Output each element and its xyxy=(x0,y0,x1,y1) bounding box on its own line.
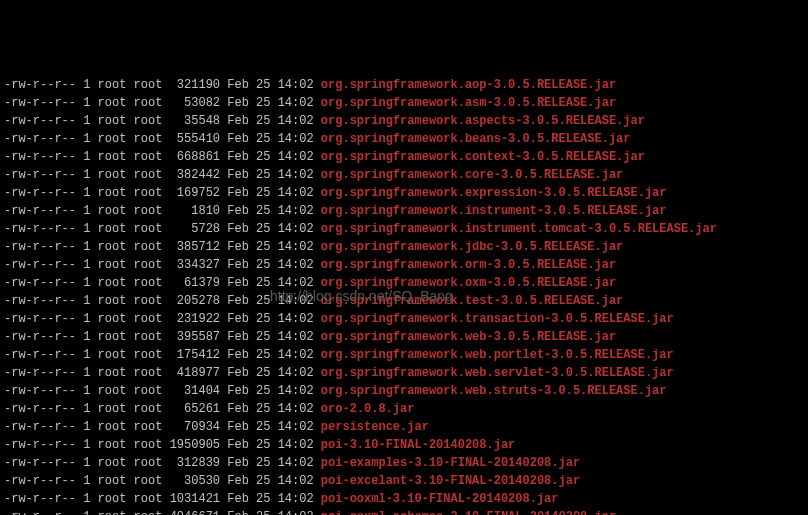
file-name: org.springframework.instrument.tomcat-3.… xyxy=(321,222,717,236)
file-meta: -rw-r--r-- 1 root root 70934 Feb 25 14:0… xyxy=(4,420,321,434)
file-row: -rw-r--r-- 1 root root 418977 Feb 25 14:… xyxy=(4,364,804,382)
file-row: -rw-r--r-- 1 root root 312839 Feb 25 14:… xyxy=(4,454,804,472)
file-meta: -rw-r--r-- 1 root root 175412 Feb 25 14:… xyxy=(4,348,321,362)
file-meta: -rw-r--r-- 1 root root 385712 Feb 25 14:… xyxy=(4,240,321,254)
file-name: org.springframework.test-3.0.5.RELEASE.j… xyxy=(321,294,623,308)
file-meta: -rw-r--r-- 1 root root 555410 Feb 25 14:… xyxy=(4,132,321,146)
file-meta: -rw-r--r-- 1 root root 1031421 Feb 25 14… xyxy=(4,492,321,506)
file-row: -rw-r--r-- 1 root root 30530 Feb 25 14:0… xyxy=(4,472,804,490)
file-name: persistence.jar xyxy=(321,420,429,434)
file-meta: -rw-r--r-- 1 root root 31404 Feb 25 14:0… xyxy=(4,384,321,398)
file-meta: -rw-r--r-- 1 root root 668861 Feb 25 14:… xyxy=(4,150,321,164)
file-row: -rw-r--r-- 1 root root 1031421 Feb 25 14… xyxy=(4,490,804,508)
file-meta: -rw-r--r-- 1 root root 53082 Feb 25 14:0… xyxy=(4,96,321,110)
file-name: org.springframework.web.servlet-3.0.5.RE… xyxy=(321,366,674,380)
file-meta: -rw-r--r-- 1 root root 4946671 Feb 25 14… xyxy=(4,510,321,515)
file-name: poi-3.10-FINAL-20140208.jar xyxy=(321,438,515,452)
file-row: -rw-r--r-- 1 root root 35548 Feb 25 14:0… xyxy=(4,112,804,130)
file-name: oro-2.0.8.jar xyxy=(321,402,415,416)
file-name: org.springframework.web.struts-3.0.5.REL… xyxy=(321,384,667,398)
file-meta: -rw-r--r-- 1 root root 169752 Feb 25 14:… xyxy=(4,186,321,200)
file-row: -rw-r--r-- 1 root root 70934 Feb 25 14:0… xyxy=(4,418,804,436)
file-name: org.springframework.core-3.0.5.RELEASE.j… xyxy=(321,168,623,182)
file-meta: -rw-r--r-- 1 root root 231922 Feb 25 14:… xyxy=(4,312,321,326)
file-meta: -rw-r--r-- 1 root root 35548 Feb 25 14:0… xyxy=(4,114,321,128)
file-row: -rw-r--r-- 1 root root 385712 Feb 25 14:… xyxy=(4,238,804,256)
file-listing: -rw-r--r-- 1 root root 321190 Feb 25 14:… xyxy=(4,76,804,515)
file-row: -rw-r--r-- 1 root root 1950905 Feb 25 14… xyxy=(4,436,804,454)
file-row: -rw-r--r-- 1 root root 175412 Feb 25 14:… xyxy=(4,346,804,364)
file-row: -rw-r--r-- 1 root root 205278 Feb 25 14:… xyxy=(4,292,804,310)
file-name: org.springframework.transaction-3.0.5.RE… xyxy=(321,312,674,326)
file-row: -rw-r--r-- 1 root root 334327 Feb 25 14:… xyxy=(4,256,804,274)
file-row: -rw-r--r-- 1 root root 5728 Feb 25 14:02… xyxy=(4,220,804,238)
file-row: -rw-r--r-- 1 root root 61379 Feb 25 14:0… xyxy=(4,274,804,292)
file-name: org.springframework.web.portlet-3.0.5.RE… xyxy=(321,348,674,362)
file-name: org.springframework.jdbc-3.0.5.RELEASE.j… xyxy=(321,240,623,254)
file-meta: -rw-r--r-- 1 root root 65261 Feb 25 14:0… xyxy=(4,402,321,416)
file-row: -rw-r--r-- 1 root root 555410 Feb 25 14:… xyxy=(4,130,804,148)
file-name: poi-ooxml-3.10-FINAL-20140208.jar xyxy=(321,492,559,506)
file-row: -rw-r--r-- 1 root root 169752 Feb 25 14:… xyxy=(4,184,804,202)
file-meta: -rw-r--r-- 1 root root 30530 Feb 25 14:0… xyxy=(4,474,321,488)
file-name: org.springframework.expression-3.0.5.REL… xyxy=(321,186,667,200)
file-meta: -rw-r--r-- 1 root root 418977 Feb 25 14:… xyxy=(4,366,321,380)
file-name: poi-excelant-3.10-FINAL-20140208.jar xyxy=(321,474,580,488)
file-name: org.springframework.orm-3.0.5.RELEASE.ja… xyxy=(321,258,616,272)
file-meta: -rw-r--r-- 1 root root 321190 Feb 25 14:… xyxy=(4,78,321,92)
file-name: poi-examples-3.10-FINAL-20140208.jar xyxy=(321,456,580,470)
file-name: org.springframework.aspects-3.0.5.RELEAS… xyxy=(321,114,645,128)
file-name: org.springframework.context-3.0.5.RELEAS… xyxy=(321,150,645,164)
file-name: org.springframework.asm-3.0.5.RELEASE.ja… xyxy=(321,96,616,110)
file-row: -rw-r--r-- 1 root root 1810 Feb 25 14:02… xyxy=(4,202,804,220)
file-meta: -rw-r--r-- 1 root root 382442 Feb 25 14:… xyxy=(4,168,321,182)
file-row: -rw-r--r-- 1 root root 53082 Feb 25 14:0… xyxy=(4,94,804,112)
file-row: -rw-r--r-- 1 root root 382442 Feb 25 14:… xyxy=(4,166,804,184)
file-name: org.springframework.oxm-3.0.5.RELEASE.ja… xyxy=(321,276,616,290)
file-row: -rw-r--r-- 1 root root 395587 Feb 25 14:… xyxy=(4,328,804,346)
file-row: -rw-r--r-- 1 root root 65261 Feb 25 14:0… xyxy=(4,400,804,418)
file-row: -rw-r--r-- 1 root root 31404 Feb 25 14:0… xyxy=(4,382,804,400)
file-name: poi-ooxml-schemas-3.10-FINAL-20140208.ja… xyxy=(321,510,616,515)
file-name: org.springframework.aop-3.0.5.RELEASE.ja… xyxy=(321,78,616,92)
file-meta: -rw-r--r-- 1 root root 312839 Feb 25 14:… xyxy=(4,456,321,470)
file-meta: -rw-r--r-- 1 root root 1810 Feb 25 14:02 xyxy=(4,204,321,218)
file-row: -rw-r--r-- 1 root root 231922 Feb 25 14:… xyxy=(4,310,804,328)
file-row: -rw-r--r-- 1 root root 668861 Feb 25 14:… xyxy=(4,148,804,166)
file-name: org.springframework.beans-3.0.5.RELEASE.… xyxy=(321,132,631,146)
file-meta: -rw-r--r-- 1 root root 61379 Feb 25 14:0… xyxy=(4,276,321,290)
file-row: -rw-r--r-- 1 root root 4946671 Feb 25 14… xyxy=(4,508,804,515)
file-name: org.springframework.instrument-3.0.5.REL… xyxy=(321,204,667,218)
file-meta: -rw-r--r-- 1 root root 1950905 Feb 25 14… xyxy=(4,438,321,452)
file-meta: -rw-r--r-- 1 root root 395587 Feb 25 14:… xyxy=(4,330,321,344)
file-meta: -rw-r--r-- 1 root root 205278 Feb 25 14:… xyxy=(4,294,321,308)
file-name: org.springframework.web-3.0.5.RELEASE.ja… xyxy=(321,330,616,344)
file-meta: -rw-r--r-- 1 root root 5728 Feb 25 14:02 xyxy=(4,222,321,236)
file-meta: -rw-r--r-- 1 root root 334327 Feb 25 14:… xyxy=(4,258,321,272)
file-row: -rw-r--r-- 1 root root 321190 Feb 25 14:… xyxy=(4,76,804,94)
